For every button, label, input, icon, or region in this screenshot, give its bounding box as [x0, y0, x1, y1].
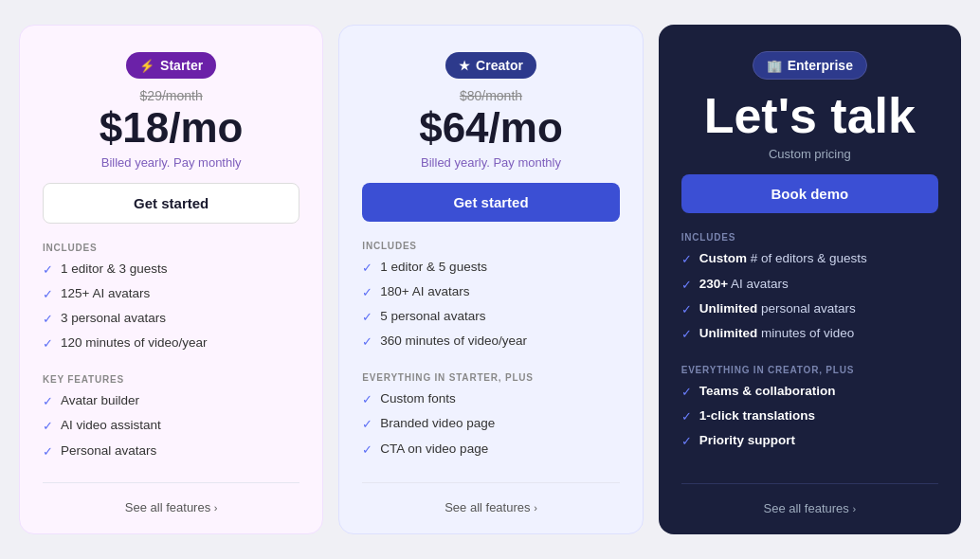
- creator-features-list: ✓Custom fonts ✓Branded video page ✓CTA o…: [362, 390, 619, 465]
- list-item: ✓180+ AI avatars: [362, 283, 619, 301]
- check-icon: ✓: [362, 416, 372, 433]
- creator-section-includes-label: Includes: [362, 241, 619, 251]
- list-item: ✓Branded video page: [362, 415, 619, 433]
- starter-price-section: $29/month $18/mo Billed yearly. Pay mont…: [43, 88, 299, 169]
- check-icon: ✓: [43, 418, 53, 435]
- starter-section-features-label: Key Features: [43, 374, 299, 385]
- check-icon: ✓: [43, 261, 53, 279]
- list-item: ✓ Teams & collaboration: [681, 383, 938, 401]
- starter-features-list: ✓Avatar builder ✓AI video assistant ✓Per…: [43, 392, 299, 467]
- starter-badge: ⚡ Starter: [126, 52, 216, 79]
- check-icon: ✓: [681, 326, 692, 343]
- check-icon: ✓: [362, 260, 372, 277]
- plan-card-starter: ⚡ Starter $29/month $18/mo Billed yearly…: [19, 25, 323, 534]
- creator-badge-label: Creator: [476, 58, 523, 73]
- creator-section-features-label: Everything in Starter, Plus: [362, 372, 619, 383]
- list-item: ✓125+ AI avatars: [43, 285, 299, 303]
- creator-badge: ★ Creator: [445, 52, 536, 79]
- check-icon: ✓: [681, 433, 692, 450]
- check-icon: ✓: [681, 301, 692, 318]
- list-item: ✓120 minutes of video/year: [43, 334, 299, 352]
- list-item: ✓5 personal avatars: [362, 308, 619, 326]
- list-item: ✓CTA on video page: [362, 441, 619, 459]
- enterprise-badge-icon: 🏢: [767, 59, 782, 73]
- starter-includes-list: ✓1 editor & 3 guests ✓125+ AI avatars ✓3…: [43, 261, 299, 360]
- enterprise-cta-button[interactable]: Book demo: [681, 174, 938, 213]
- creator-badge-icon: ★: [459, 59, 470, 73]
- list-item: ✓Custom fonts: [362, 390, 619, 408]
- check-icon: ✓: [362, 284, 372, 301]
- check-icon: ✓: [362, 391, 372, 408]
- starter-billing-note: Billed yearly. Pay monthly: [43, 155, 299, 170]
- enterprise-section-includes-label: Includes: [681, 232, 938, 243]
- enterprise-divider: [681, 483, 938, 484]
- list-item: ✓AI video assistant: [43, 417, 299, 435]
- starter-cta-button[interactable]: Get started: [43, 183, 299, 224]
- check-icon: ✓: [43, 443, 53, 460]
- check-icon: ✓: [43, 335, 53, 352]
- starter-divider: [43, 482, 299, 483]
- list-item: ✓Avatar builder: [43, 392, 299, 410]
- check-icon: ✓: [362, 309, 372, 326]
- list-item: ✓ Priority support: [681, 432, 938, 450]
- list-item: ✓1 editor & 5 guests: [362, 259, 619, 277]
- enterprise-badge: 🏢 Enterprise: [753, 51, 867, 80]
- creator-price-section: $80/month $64/mo Billed yearly. Pay mont…: [362, 88, 619, 169]
- check-icon: ✓: [681, 251, 692, 268]
- chevron-right-icon: ›: [214, 502, 218, 514]
- enterprise-see-all[interactable]: See all features ›: [681, 497, 938, 515]
- list-item: ✓1 editor & 3 guests: [43, 261, 299, 279]
- starter-badge-label: Starter: [160, 58, 203, 73]
- creator-see-all[interactable]: See all features ›: [362, 496, 619, 514]
- creator-includes-list: ✓1 editor & 5 guests ✓180+ AI avatars ✓5…: [362, 259, 619, 358]
- enterprise-price-section: Let's talk Custom pricing: [681, 89, 938, 161]
- list-item: ✓ Unlimited minutes of video: [681, 325, 938, 343]
- enterprise-features-list: ✓ Teams & collaboration ✓ 1-click transl…: [681, 383, 938, 458]
- list-item: ✓ 1-click translations: [681, 407, 938, 425]
- enterprise-section-features-label: Everything in Creator, Plus: [681, 365, 938, 375]
- starter-see-all[interactable]: See all features ›: [43, 496, 299, 514]
- creator-original-price: $80/month: [362, 88, 619, 103]
- list-item: ✓360 minutes of video/year: [362, 333, 619, 351]
- check-icon: ✓: [362, 442, 372, 459]
- list-item: ✓3 personal avatars: [43, 310, 299, 328]
- starter-current-price: $18/mo: [43, 105, 299, 151]
- creator-divider: [362, 482, 619, 483]
- creator-cta-button[interactable]: Get started: [362, 183, 619, 222]
- enterprise-badge-label: Enterprise: [788, 58, 853, 73]
- pricing-container: ⚡ Starter $29/month $18/mo Billed yearly…: [19, 25, 961, 534]
- check-icon: ✓: [681, 277, 692, 294]
- plan-card-creator: ★ Creator $80/month $64/mo Billed yearly…: [338, 25, 643, 534]
- check-icon: ✓: [681, 384, 692, 401]
- list-item: ✓ Custom # of editors & guests: [681, 250, 938, 268]
- starter-section-includes-label: Includes: [43, 243, 299, 253]
- plan-card-enterprise: 🏢 Enterprise Let's talk Custom pricing B…: [659, 25, 961, 534]
- check-icon: ✓: [43, 393, 53, 410]
- creator-billing-note: Billed yearly. Pay monthly: [362, 155, 619, 170]
- check-icon: ✓: [43, 311, 53, 328]
- starter-badge-icon: ⚡: [139, 59, 154, 73]
- chevron-right-icon: ›: [534, 502, 537, 514]
- list-item: ✓ Unlimited personal avatars: [681, 300, 938, 318]
- enterprise-headline: Let's talk: [681, 89, 938, 143]
- creator-current-price: $64/mo: [362, 105, 619, 151]
- check-icon: ✓: [681, 408, 692, 425]
- check-icon: ✓: [43, 286, 53, 303]
- list-item: ✓Personal avatars: [43, 442, 299, 460]
- enterprise-includes-list: ✓ Custom # of editors & guests ✓ 230+ AI…: [681, 250, 938, 350]
- chevron-right-icon: ›: [852, 503, 856, 514]
- list-item: ✓ 230+ AI avatars: [681, 276, 938, 294]
- enterprise-subheadline: Custom pricing: [681, 147, 938, 161]
- check-icon: ✓: [362, 334, 372, 351]
- starter-original-price: $29/month: [43, 88, 299, 103]
